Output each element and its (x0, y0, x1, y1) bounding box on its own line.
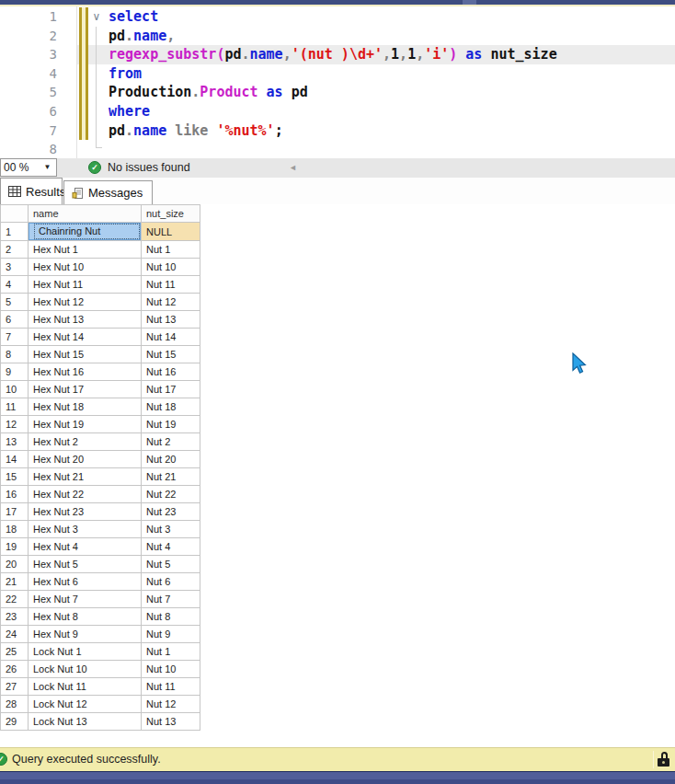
cell-nut-size[interactable]: Nut 3 (142, 521, 200, 538)
row-header[interactable]: 28 (1, 696, 29, 713)
row-header[interactable]: 27 (1, 678, 29, 696)
row-header[interactable]: 12 (1, 416, 29, 433)
row-header[interactable]: 10 (1, 381, 29, 398)
cell-name[interactable]: Lock Nut 10 (29, 661, 142, 678)
cell-name[interactable]: Lock Nut 11 (29, 678, 142, 696)
row-header[interactable]: 26 (1, 661, 29, 678)
cell-nut-size[interactable]: Nut 2 (142, 433, 200, 451)
cell-name[interactable]: Hex Nut 17 (29, 381, 142, 398)
cell-nut-size[interactable]: Nut 11 (142, 678, 200, 696)
cell-nut-size[interactable]: Nut 11 (142, 276, 200, 294)
cell-name[interactable]: Hex Nut 1 (29, 241, 142, 259)
row-header[interactable]: 24 (1, 626, 29, 643)
cell-name[interactable]: Hex Nut 16 (29, 363, 142, 381)
column-header-name[interactable]: name (29, 205, 142, 223)
cell-name[interactable]: Hex Nut 18 (29, 398, 142, 416)
row-header[interactable]: 7 (1, 329, 29, 346)
cell-nut-size[interactable]: Nut 7 (142, 591, 200, 608)
tab-messages[interactable]: Messages (63, 180, 153, 204)
row-header[interactable]: 1 (1, 223, 29, 241)
code-line[interactable]: pd.name, (109, 27, 675, 46)
cell-name[interactable]: Hex Nut 22 (29, 486, 142, 503)
cell-nut-size[interactable]: Nut 6 (142, 573, 200, 591)
cell-nut-size[interactable]: Nut 10 (142, 661, 200, 678)
code-line[interactable] (109, 140, 675, 158)
cell-nut-size[interactable]: Nut 18 (142, 398, 200, 416)
cell-name[interactable]: Hex Nut 9 (29, 626, 142, 643)
select-all-corner[interactable] (1, 205, 29, 223)
row-header[interactable]: 20 (1, 556, 29, 573)
cell-nut-size[interactable]: Nut 19 (142, 416, 200, 433)
cell-name[interactable]: Hex Nut 15 (29, 346, 142, 363)
column-header-nut-size[interactable]: nut_size (142, 205, 200, 223)
row-header[interactable]: 11 (1, 398, 29, 416)
cell-name[interactable]: Hex Nut 5 (29, 556, 142, 573)
code-line[interactable]: select (109, 7, 675, 27)
cell-name[interactable]: Lock Nut 12 (29, 696, 142, 713)
row-header[interactable]: 21 (1, 573, 29, 591)
row-header[interactable]: 29 (1, 713, 29, 731)
cell-nut-size[interactable]: Nut 20 (142, 451, 200, 468)
code-line[interactable]: from (109, 64, 675, 84)
cell-nut-size[interactable]: NULL (142, 223, 200, 241)
zoom-level-combobox[interactable]: 00 % ▼ (0, 158, 57, 177)
code-line[interactable]: Production.Product as pd (109, 83, 675, 102)
cell-name[interactable]: Chainring Nut (29, 223, 142, 241)
cell-nut-size[interactable]: Nut 12 (142, 696, 200, 713)
fold-collapse-icon[interactable]: ∨ (89, 7, 104, 27)
row-header[interactable]: 25 (1, 643, 29, 661)
row-header[interactable]: 4 (1, 276, 29, 294)
cell-name[interactable]: Hex Nut 11 (29, 276, 142, 294)
cell-name[interactable]: Hex Nut 2 (29, 433, 142, 451)
cell-nut-size[interactable]: Nut 13 (142, 311, 200, 329)
top-horizontal-scrollbar[interactable] (0, 0, 675, 6)
row-header[interactable]: 2 (1, 241, 29, 259)
row-header[interactable]: 16 (1, 486, 29, 503)
chevron-down-icon[interactable]: ▼ (40, 160, 54, 175)
code-line[interactable]: regexp_substr(pd.name,'(nut )\d+',1,1,'i… (109, 45, 675, 64)
cell-name[interactable]: Hex Nut 3 (29, 521, 142, 538)
cell-nut-size[interactable]: Nut 12 (142, 294, 200, 311)
cell-nut-size[interactable]: Nut 17 (142, 381, 200, 398)
cell-name[interactable]: Hex Nut 13 (29, 311, 142, 329)
row-header[interactable]: 8 (1, 346, 29, 363)
row-header[interactable]: 9 (1, 363, 29, 381)
cell-nut-size[interactable]: Nut 9 (142, 626, 200, 643)
cell-name[interactable]: Hex Nut 8 (29, 608, 142, 626)
cell-name[interactable]: Hex Nut 4 (29, 538, 142, 556)
cell-name[interactable]: Hex Nut 21 (29, 468, 142, 486)
code-line[interactable]: where (109, 102, 675, 121)
cell-name[interactable]: Lock Nut 13 (29, 713, 142, 731)
splitter-collapse-icon[interactable]: ◄ (289, 163, 297, 172)
cell-name[interactable]: Hex Nut 10 (29, 259, 142, 276)
cell-name[interactable]: Hex Nut 14 (29, 329, 142, 346)
row-header[interactable]: 5 (1, 294, 29, 311)
row-header[interactable]: 14 (1, 451, 29, 468)
cell-nut-size[interactable]: Nut 15 (142, 346, 200, 363)
row-header[interactable]: 19 (1, 538, 29, 556)
code-lines[interactable]: selectpd.name,regexp_substr(pd.name,'(nu… (109, 7, 675, 158)
row-header[interactable]: 23 (1, 608, 29, 626)
cell-nut-size[interactable]: Nut 8 (142, 608, 200, 626)
row-header[interactable]: 18 (1, 521, 29, 538)
row-header[interactable]: 15 (1, 468, 29, 486)
row-header[interactable]: 17 (1, 503, 29, 521)
cell-nut-size[interactable]: Nut 16 (142, 363, 200, 381)
row-header[interactable]: 3 (1, 259, 29, 276)
cell-nut-size[interactable]: Nut 13 (142, 713, 200, 731)
cell-nut-size[interactable]: Nut 4 (142, 538, 200, 556)
cell-name[interactable]: Hex Nut 23 (29, 503, 142, 521)
cell-name[interactable]: Hex Nut 6 (29, 573, 142, 591)
cell-name[interactable]: Hex Nut 7 (29, 591, 142, 608)
tab-results[interactable]: Results (0, 178, 63, 204)
row-header[interactable]: 22 (1, 591, 29, 608)
cell-nut-size[interactable]: Nut 23 (142, 503, 200, 521)
cell-name[interactable]: Hex Nut 20 (29, 451, 142, 468)
sql-editor[interactable]: 12345678 ∨ selectpd.name,regexp_substr(p… (0, 6, 675, 158)
cell-nut-size[interactable]: Nut 14 (142, 329, 200, 346)
cell-nut-size[interactable]: Nut 5 (142, 556, 200, 573)
cell-nut-size[interactable]: Nut 1 (142, 643, 200, 661)
cell-nut-size[interactable]: Nut 22 (142, 486, 200, 503)
cell-nut-size[interactable]: Nut 1 (142, 241, 200, 259)
cell-name[interactable]: Lock Nut 1 (29, 643, 142, 661)
